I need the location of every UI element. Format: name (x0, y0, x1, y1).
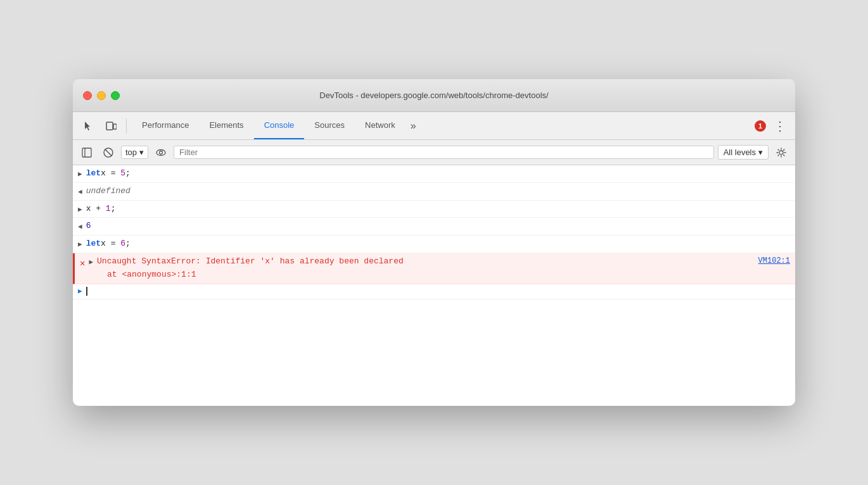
code-let: let (86, 167, 101, 180)
devtools-window: DevTools - developers.google.com/web/too… (73, 79, 795, 406)
code-semi: ; (125, 167, 131, 180)
error-icon: ✕ (80, 256, 85, 270)
svg-line-5 (105, 149, 112, 156)
tab-sources[interactable]: Sources (304, 112, 355, 139)
code-x3: x (101, 237, 106, 251)
error-block: Uncaught SyntaxError: Identifier 'x' has… (97, 255, 746, 282)
console-line-3: ▶ x + 1 ; (73, 201, 795, 218)
context-select[interactable]: top ▾ (121, 146, 148, 159)
inspect-icon[interactable] (78, 116, 98, 136)
more-options-button[interactable]: ⋮ (770, 116, 790, 136)
tab-performance[interactable]: Performance (132, 112, 199, 139)
svg-point-7 (160, 151, 163, 154)
input-chevron-2: ▶ (78, 205, 82, 216)
console-output: ▶ let x = 5 ; ◀ undefined ▶ x + 1 ; ◀ 6 … (73, 165, 795, 406)
tab-console[interactable]: Console (254, 112, 305, 139)
code-6: 6 (120, 237, 125, 251)
error-main-text: Uncaught SyntaxError: Identifier 'x' has… (97, 255, 746, 268)
device-toolbar-icon[interactable] (101, 116, 121, 136)
filter-input[interactable] (179, 148, 708, 157)
code-x: x (101, 167, 106, 180)
maximize-button[interactable] (111, 91, 120, 100)
levels-arrow: ▾ (758, 148, 763, 157)
tab-network[interactable]: Network (355, 112, 405, 139)
toolbar-right: 1 ⋮ (755, 116, 790, 136)
traffic-lights (83, 91, 120, 100)
filter-wrap (174, 146, 714, 159)
code-x2: x (86, 203, 91, 216)
input-chevron: ▶ (78, 169, 82, 180)
code-eq2: = (106, 237, 120, 251)
settings-icon[interactable] (772, 144, 790, 161)
context-value: top (125, 148, 137, 157)
output-chevron: ◀ (78, 187, 82, 198)
console-error-line: ✕ ▶ Uncaught SyntaxError: Identifier 'x'… (73, 253, 795, 284)
levels-label: All levels (724, 148, 756, 157)
svg-rect-1 (113, 124, 117, 129)
console-line-2: ◀ undefined (73, 183, 795, 201)
tab-bar: Performance Elements Console Sources Net… (132, 112, 752, 139)
svg-point-8 (779, 151, 783, 154)
eye-icon[interactable] (152, 144, 170, 161)
clear-console-icon[interactable] (99, 144, 117, 161)
console-line-1: ▶ let x = 5 ; (73, 165, 795, 183)
output-6: 6 (86, 220, 91, 233)
context-arrow: ▾ (139, 148, 144, 157)
code-semi3: ; (125, 237, 131, 251)
tab-elements[interactable]: Elements (199, 112, 253, 139)
code-plus: + (91, 203, 105, 216)
sidebar-toggle-icon[interactable] (78, 144, 96, 161)
code-let2: let (86, 237, 101, 251)
close-button[interactable] (83, 91, 92, 100)
levels-select[interactable]: All levels ▾ (718, 145, 769, 160)
window-title: DevTools - developers.google.com/web/too… (319, 91, 548, 100)
output-chevron-2: ◀ (78, 222, 82, 233)
svg-rect-0 (106, 122, 113, 130)
error-location[interactable]: VM102:1 (746, 255, 790, 267)
code-5: 5 (120, 167, 125, 180)
code-eq: = (106, 167, 120, 180)
svg-rect-2 (82, 148, 91, 157)
main-toolbar: Performance Elements Console Sources Net… (73, 112, 795, 140)
console-toolbar: top ▾ All levels ▾ (73, 140, 795, 165)
cursor (86, 287, 87, 296)
error-count: 1 (758, 122, 762, 130)
tab-overflow[interactable]: » (405, 112, 421, 139)
prompt-chevron: ▶ (78, 286, 82, 298)
console-input-line[interactable]: ▶ (73, 284, 795, 300)
error-message: Uncaught SyntaxError: Identifier 'x' has… (97, 256, 404, 266)
console-line-4: ◀ 6 (73, 218, 795, 236)
toolbar-divider (126, 118, 127, 134)
error-badge[interactable]: 1 (755, 120, 766, 132)
error-at: at <anonymous>:1:1 (107, 270, 196, 279)
code-1: 1 (106, 203, 111, 216)
titlebar: DevTools - developers.google.com/web/too… (73, 79, 795, 112)
error-count-circle: 1 (755, 120, 766, 132)
error-expand[interactable]: ▶ (89, 257, 93, 268)
input-chevron-3: ▶ (78, 239, 82, 251)
minimize-button[interactable] (97, 91, 106, 100)
console-line-5: ▶ let x = 6 ; (73, 236, 795, 253)
code-semi2: ; (111, 203, 116, 216)
undefined-value: undefined (86, 185, 131, 198)
error-detail: at <anonymous>:1:1 (97, 268, 746, 282)
